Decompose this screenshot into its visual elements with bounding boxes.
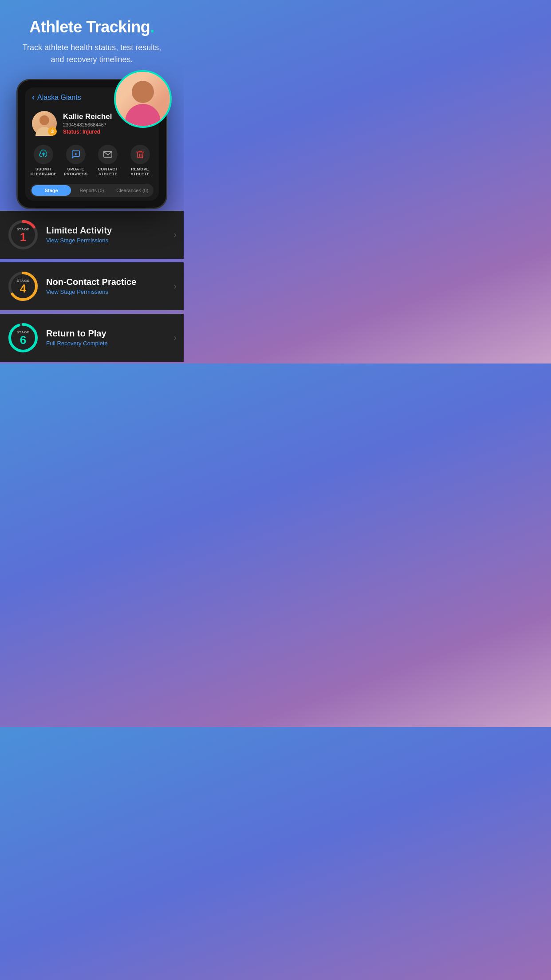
stage-card-4[interactable]: STAGE 4 Non-Contact Practice View Stage … — [0, 262, 184, 310]
remove-athlete-button[interactable]: REMOVEATHLETE — [125, 145, 156, 177]
athlete-avatar-wrap: 3 — [32, 111, 57, 136]
stage-1-info: Limited Activity View Stage Permissions — [46, 225, 166, 244]
athlete-status: Status: Injured — [63, 129, 152, 135]
stage-card-6[interactable]: STAGE 6 Return to Play Full Recovery Com… — [0, 314, 184, 362]
tab-bar: Stage Reports (0) Clearances (0) — [30, 184, 153, 197]
stage-1-label-inner: STAGE 1 — [16, 227, 29, 242]
stage-6-info: Return to Play Full Recovery Complete — [46, 328, 166, 347]
phone-mockup: ‹ Alaska Giants 3 Kallie Reichel 2304548… — [16, 79, 167, 209]
stage-4-info: Non-Contact Practice View Stage Permissi… — [46, 277, 166, 295]
tab-reports[interactable]: Reports (0) — [72, 185, 111, 196]
contact-athlete-icon-circle — [98, 145, 118, 164]
stage-4-title: Non-Contact Practice — [46, 277, 166, 287]
stage-6-title: Return to Play — [46, 328, 166, 339]
update-progress-label: UPDATEPROGRESS — [64, 167, 87, 177]
tab-stage[interactable]: Stage — [31, 185, 71, 196]
upload-cloud-icon — [39, 150, 48, 159]
stage-4-label-inner: STAGE 4 — [16, 278, 29, 294]
stage-6-label-inner: STAGE 6 — [16, 330, 29, 345]
stage-1-number: 1 — [16, 231, 29, 242]
remove-athlete-label: REMOVEATHLETE — [130, 167, 150, 177]
tab-clearances[interactable]: Clearances (0) — [113, 185, 152, 196]
stage-6-chevron: › — [173, 332, 177, 343]
stages-section: STAGE 1 Limited Activity View Stage Perm… — [0, 209, 184, 364]
submit-clearance-icon-circle — [34, 145, 53, 164]
update-progress-button[interactable]: UPDATEPROGRESS — [61, 145, 91, 177]
status-value: Injured — [83, 129, 100, 135]
stage-4-chevron: › — [173, 281, 177, 291]
page-subtitle: Track athlete health status, test result… — [13, 42, 170, 66]
title-dot: . — [150, 18, 154, 36]
stage-6-subtitle[interactable]: Full Recovery Complete — [46, 340, 166, 347]
trash-icon — [135, 150, 145, 159]
envelope-icon — [103, 150, 113, 159]
athlete-badge: 3 — [48, 127, 57, 136]
contact-athlete-button[interactable]: CONTACTATHLETE — [93, 145, 123, 177]
update-progress-icon-circle — [66, 145, 86, 164]
header-section: Athlete Tracking. Track athlete health s… — [0, 0, 184, 75]
title-text: Athlete Tracking — [29, 18, 150, 36]
remove-athlete-icon-circle — [130, 145, 150, 164]
message-plus-icon — [71, 150, 81, 159]
stage-4-circle: STAGE 4 — [7, 270, 39, 302]
status-label: Status: — [63, 129, 81, 135]
stage-6-circle: STAGE 6 — [7, 322, 39, 354]
action-buttons-row: SUBMITCLEARANCE UPDATEPROGRESS — [25, 141, 159, 182]
team-name[interactable]: Alaska Giants — [37, 94, 81, 102]
submit-clearance-button[interactable]: SUBMITCLEARANCE — [28, 145, 59, 177]
contact-athlete-label: CONTACTATHLETE — [98, 167, 118, 177]
stage-6-number: 6 — [16, 334, 29, 345]
page-title: Athlete Tracking. — [13, 18, 170, 36]
back-button[interactable]: ‹ — [32, 93, 35, 102]
stage-1-chevron: › — [173, 229, 177, 240]
stage-1-title: Limited Activity — [46, 225, 166, 236]
stage-4-subtitle[interactable]: View Stage Permissions — [46, 288, 166, 295]
floating-avatar-image — [116, 72, 170, 126]
stage-1-circle: STAGE 1 — [7, 219, 39, 251]
stage-1-subtitle[interactable]: View Stage Permissions — [46, 237, 166, 244]
stage-card-1[interactable]: STAGE 1 Limited Activity View Stage Perm… — [0, 211, 184, 259]
stage-4-number: 4 — [16, 282, 29, 294]
floating-avatar — [114, 70, 172, 128]
submit-clearance-label: SUBMITCLEARANCE — [31, 167, 57, 177]
